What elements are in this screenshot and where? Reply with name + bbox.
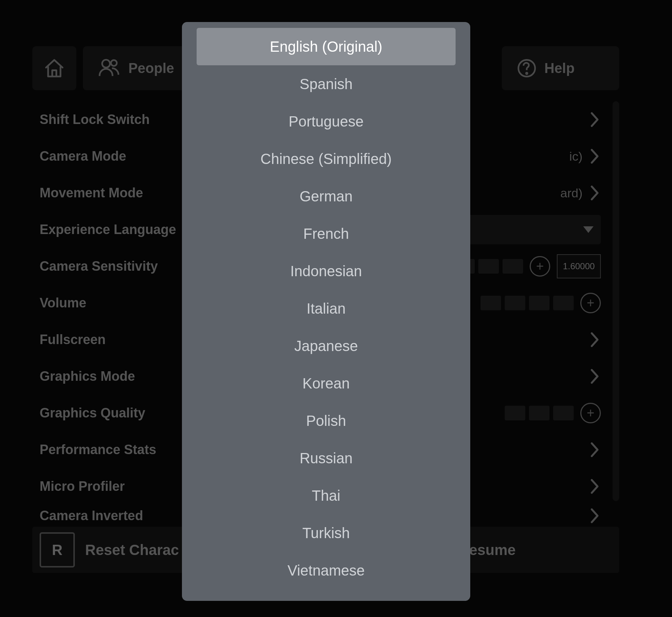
- language-dropdown: English (Original)SpanishPortugueseChine…: [182, 22, 470, 601]
- language-option[interactable]: Polish: [197, 402, 456, 439]
- language-option[interactable]: Chinese (Simplified): [197, 140, 456, 178]
- language-option[interactable]: Russian: [197, 439, 456, 477]
- language-option[interactable]: Korean: [197, 365, 456, 402]
- language-option[interactable]: German: [197, 178, 456, 215]
- language-option[interactable]: French: [197, 215, 456, 252]
- language-option[interactable]: Spanish: [197, 65, 456, 103]
- language-option[interactable]: Turkish: [197, 514, 456, 552]
- language-option[interactable]: Indonesian: [197, 252, 456, 290]
- language-option[interactable]: Portuguese: [197, 103, 456, 140]
- language-option[interactable]: Japanese: [197, 327, 456, 365]
- language-option[interactable]: Vietnamese: [197, 552, 456, 589]
- language-option[interactable]: Thai: [197, 477, 456, 514]
- game-settings-screen: People Help Shift Lock Switch: [0, 0, 672, 617]
- language-option[interactable]: English (Original): [197, 28, 456, 65]
- language-option[interactable]: Italian: [197, 290, 456, 327]
